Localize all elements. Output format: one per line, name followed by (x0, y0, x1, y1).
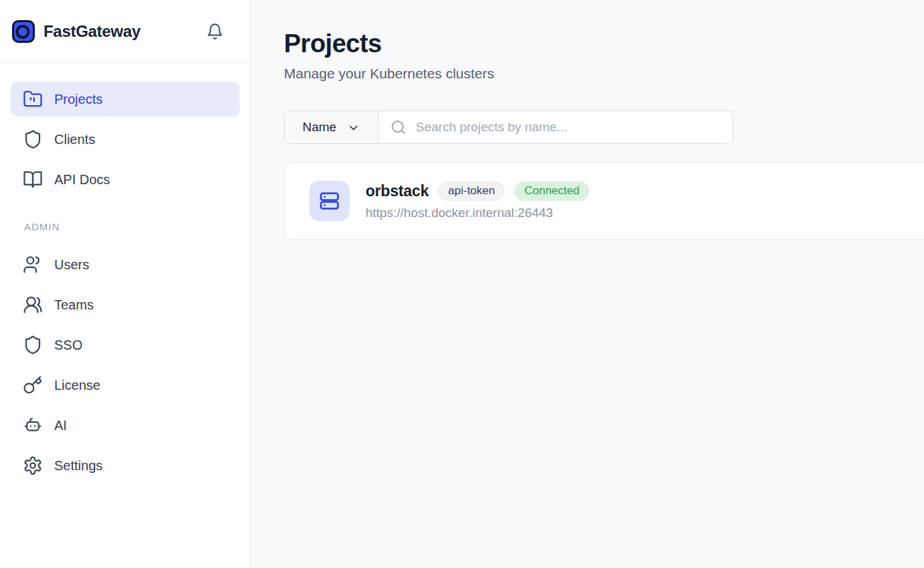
page-title: Projects (284, 29, 924, 59)
sidebar-item-api-docs[interactable]: API Docs (11, 162, 240, 197)
sidebar-item-teams[interactable]: Teams (11, 287, 240, 322)
key-icon (23, 375, 43, 395)
sort-field-select[interactable]: Name (285, 111, 379, 143)
teams-icon (23, 295, 43, 315)
sidebar-header: FastGateway (0, 0, 250, 63)
sidebar-item-label: Clients (54, 132, 95, 147)
bell-icon[interactable] (206, 22, 224, 41)
project-info: orbstack api-token Connected https://hos… (366, 182, 589, 220)
sidebar-item-license[interactable]: License (11, 368, 240, 403)
sidebar-item-settings[interactable]: Settings (11, 448, 240, 483)
search-field (379, 111, 733, 143)
sidebar-item-label: Teams (54, 297, 94, 313)
sidebar-item-label: Users (54, 257, 89, 273)
bot-icon (23, 415, 43, 435)
sidebar-item-label: License (54, 378, 100, 393)
project-name: orbstack (366, 182, 429, 200)
shield-icon (23, 129, 43, 149)
server-icon (318, 190, 341, 212)
sidebar-item-label: AI (54, 418, 67, 433)
sidebar-item-users[interactable]: Users (11, 247, 240, 282)
sidebar-item-sso[interactable]: SSO (11, 328, 240, 362)
sidebar-item-ai[interactable]: AI (11, 408, 240, 443)
sidebar: FastGateway Projects (0, 0, 251, 568)
sidebar-nav: Projects Clients API Docs (0, 63, 250, 488)
search-icon (390, 119, 406, 135)
filter-bar: Name (284, 111, 733, 144)
auth-type-badge: api-token (438, 182, 505, 201)
sidebar-item-clients[interactable]: Clients (11, 122, 240, 157)
book-open-icon (23, 169, 43, 190)
sidebar-item-label: SSO (54, 338, 82, 353)
project-url: https://host.docker.internal:26443 (366, 206, 589, 220)
project-card[interactable]: orbstack api-token Connected https://hos… (284, 162, 924, 240)
sidebar-item-label: Projects (54, 92, 102, 107)
sidebar-item-label: API Docs (54, 172, 110, 188)
app-title: FastGateway (44, 22, 141, 41)
users-icon (23, 255, 43, 275)
logo-icon (12, 20, 35, 43)
status-badge: Connected (514, 182, 589, 201)
sidebar-item-projects[interactable]: Projects (11, 82, 240, 117)
search-input[interactable] (406, 120, 733, 135)
page-subtitle: Manage your Kubernetes clusters (284, 66, 924, 82)
shield-icon (23, 335, 43, 355)
gear-icon (23, 455, 43, 476)
app-window: FastGateway Projects (0, 0, 924, 568)
sidebar-item-label: Settings (54, 458, 102, 474)
sort-field-value: Name (303, 120, 337, 135)
chevron-down-icon (347, 121, 360, 135)
folder-kanban-icon (23, 89, 43, 109)
main-content: Projects Manage your Kubernetes clusters… (251, 0, 924, 568)
project-icon-box (309, 181, 350, 221)
sidebar-section-admin: ADMIN (11, 221, 240, 232)
